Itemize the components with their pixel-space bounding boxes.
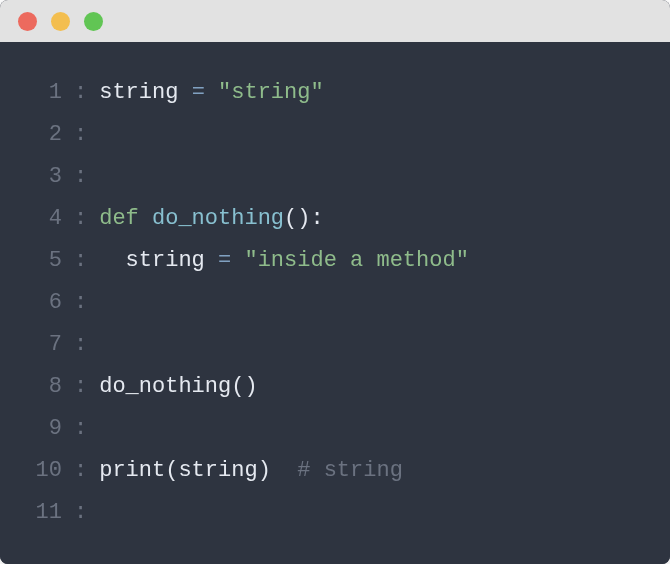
token: do_nothing [152, 206, 284, 231]
token: (): [284, 206, 324, 231]
editor-window: 1:string = "string"2:3:4:def do_nothing(… [0, 0, 670, 564]
code-content[interactable]: string = "string" [99, 72, 323, 114]
line-number: 5 [20, 240, 62, 282]
line-number: 1 [20, 72, 62, 114]
code-content[interactable]: string = "inside a method" [99, 240, 469, 282]
line-number: 10 [20, 450, 62, 492]
code-line[interactable]: 7: [20, 324, 650, 366]
code-line[interactable]: 8:do_nothing() [20, 366, 650, 408]
gutter-separator: : [62, 324, 99, 366]
code-line[interactable]: 11: [20, 492, 650, 534]
titlebar [0, 0, 670, 42]
line-number: 11 [20, 492, 62, 534]
line-number: 4 [20, 198, 62, 240]
code-line[interactable]: 5: string = "inside a method" [20, 240, 650, 282]
code-line[interactable]: 6: [20, 282, 650, 324]
line-number: 7 [20, 324, 62, 366]
gutter-separator: : [62, 492, 99, 534]
maximize-icon[interactable] [84, 12, 103, 31]
line-number: 8 [20, 366, 62, 408]
code-line[interactable]: 2: [20, 114, 650, 156]
gutter-separator: : [62, 408, 99, 450]
token [205, 80, 218, 105]
line-number: 2 [20, 114, 62, 156]
line-number: 3 [20, 156, 62, 198]
code-content[interactable]: do_nothing() [99, 366, 257, 408]
token: string [99, 80, 191, 105]
gutter-separator: : [62, 240, 99, 282]
token [139, 206, 152, 231]
token: "inside a method" [244, 248, 468, 273]
token: = [192, 80, 205, 105]
token: def [99, 206, 139, 231]
token: string [99, 248, 218, 273]
token: (string) [165, 458, 297, 483]
token: "string" [218, 80, 324, 105]
code-line[interactable]: 4:def do_nothing(): [20, 198, 650, 240]
code-line[interactable]: 10:print(string) # string [20, 450, 650, 492]
token: = [218, 248, 231, 273]
close-icon[interactable] [18, 12, 37, 31]
gutter-separator: : [62, 282, 99, 324]
token: print [99, 458, 165, 483]
minimize-icon[interactable] [51, 12, 70, 31]
code-content[interactable]: print(string) # string [99, 450, 403, 492]
token: do_nothing() [99, 374, 257, 399]
line-number: 6 [20, 282, 62, 324]
gutter-separator: : [62, 114, 99, 156]
gutter-separator: : [62, 450, 99, 492]
token [231, 248, 244, 273]
code-line[interactable]: 9: [20, 408, 650, 450]
gutter-separator: : [62, 72, 99, 114]
code-line[interactable]: 3: [20, 156, 650, 198]
gutter-separator: : [62, 366, 99, 408]
line-number: 9 [20, 408, 62, 450]
gutter-separator: : [62, 198, 99, 240]
code-editor[interactable]: 1:string = "string"2:3:4:def do_nothing(… [0, 42, 670, 564]
gutter-separator: : [62, 156, 99, 198]
code-line[interactable]: 1:string = "string" [20, 72, 650, 114]
code-content[interactable]: def do_nothing(): [99, 198, 323, 240]
token: # string [297, 458, 403, 483]
